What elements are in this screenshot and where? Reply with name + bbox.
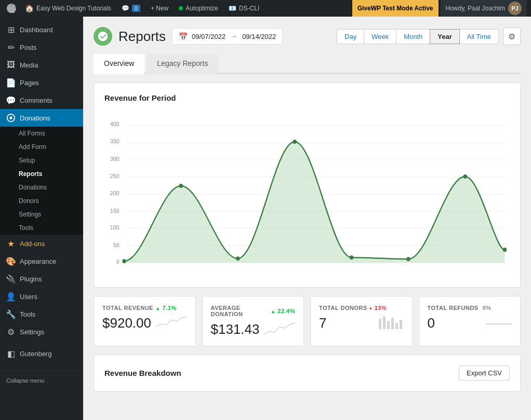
svg-point-26: [463, 174, 468, 179]
plugins-icon: 🔌: [6, 274, 16, 283]
sidebar-label-donations: Donations: [20, 114, 50, 122]
period-controls: Day Week Month Year All Time ⚙: [337, 28, 521, 45]
appearance-icon: 🎨: [6, 256, 16, 266]
donations-icon: [6, 113, 16, 123]
calendar-icon: 📅: [179, 32, 188, 40]
svg-text:350: 350: [110, 138, 119, 144]
wp-logo[interactable]: [4, 0, 19, 17]
svg-text:100: 100: [110, 224, 119, 231]
tabs: Overview Legacy Reports: [94, 54, 521, 74]
period-all-time[interactable]: All Time: [459, 29, 499, 44]
period-day[interactable]: Day: [337, 29, 364, 44]
autoptimize-bar[interactable]: Autoptimize: [175, 0, 222, 17]
submenu-reports[interactable]: Reports: [0, 167, 83, 181]
svg-point-1: [9, 116, 12, 119]
users-icon: 👤: [6, 292, 16, 301]
donations-submenu: All Forms Add Form Setup Reports Donatio…: [0, 127, 83, 235]
reports-settings-btn[interactable]: ⚙: [503, 28, 521, 45]
sidebar-item-comments[interactable]: 💬 Comments: [0, 91, 83, 109]
sidebar-label-posts: Posts: [20, 44, 37, 51]
submenu-settings[interactable]: Settings: [0, 208, 83, 221]
page-header: Reports 📅 09/07/2022 → 09/14/2022 Day We…: [94, 27, 521, 46]
new-item-bar[interactable]: + New: [147, 0, 172, 17]
tools-icon: 🔧: [6, 309, 16, 319]
sidebar-item-gutenberg[interactable]: ◧ Gutenberg: [0, 345, 83, 362]
sparkline-refunds: [486, 321, 512, 327]
svg-text:200: 200: [110, 190, 119, 196]
svg-rect-40: [395, 323, 398, 329]
sidebar-label-pages: Pages: [20, 79, 39, 87]
chart-title: Revenue for Period: [104, 93, 510, 102]
media-icon: 🖼: [6, 60, 16, 70]
site-name-bar[interactable]: 🏠 Easy Web Design Tutorials: [21, 0, 115, 17]
sidebar-label-media: Media: [20, 61, 38, 69]
export-csv-btn[interactable]: Export CSV: [459, 365, 510, 381]
sidebar-item-tools[interactable]: 🔧 Tools: [0, 305, 83, 323]
howdy-menu[interactable]: Howdy, Paal Joachim PJ: [441, 0, 527, 17]
pages-icon: 📄: [6, 78, 16, 87]
svg-point-22: [236, 256, 240, 261]
submenu-donations[interactable]: Donations: [0, 181, 83, 194]
submenu-setup[interactable]: Setup: [0, 154, 83, 167]
period-week[interactable]: Week: [364, 29, 396, 44]
ds-cli-bar[interactable]: 📧 DS-CLI: [224, 0, 263, 17]
tab-overview[interactable]: Overview: [94, 54, 144, 74]
sidebar-label-tools: Tools: [20, 310, 35, 318]
sidebar-item-donations[interactable]: Donations: [0, 109, 83, 127]
collapse-menu-btn[interactable]: Collapse menu: [6, 375, 77, 386]
svg-text:250: 250: [110, 173, 119, 179]
page-title: Reports: [118, 29, 166, 45]
pct-revenue: 7.1%: [163, 305, 177, 311]
stat-label-avg: AVERAGE DONATION 22.4%: [211, 305, 296, 317]
sidebar-item-users[interactable]: 👤 Users: [0, 288, 83, 305]
sidebar-label-settings: Settings: [20, 328, 44, 336]
stats-row: TOTAL REVENUE 7.1% $920.00 AVERAGE DONAT…: [94, 296, 521, 346]
svg-text:0: 0: [116, 259, 120, 265]
tab-legacy-reports[interactable]: Legacy Reports: [147, 54, 218, 74]
chart-container: 0 50 100 150 200 250 300 350 400: [104, 111, 510, 277]
pct-avg: 22.4%: [277, 308, 295, 314]
period-year[interactable]: Year: [430, 29, 459, 44]
sidebar-item-addons[interactable]: ★ Add-ons: [0, 235, 83, 252]
svg-text:50: 50: [113, 242, 120, 248]
pct-donors: 13%: [375, 305, 387, 311]
svg-point-25: [406, 257, 410, 261]
value-donors: 7: [319, 315, 326, 331]
site-name-text: Easy Web Design Tutorials: [36, 5, 111, 12]
value-refunds: 0: [428, 315, 435, 331]
sparkline-avg: [264, 320, 295, 335]
sidebar-item-dashboard[interactable]: ⊞ Dashboard: [0, 21, 83, 38]
sidebar-label-appearance: Appearance: [20, 258, 56, 265]
trend-up-revenue: [155, 305, 160, 311]
trend-up-avg: [271, 308, 275, 314]
sidebar-item-plugins[interactable]: 🔌 Plugins: [0, 270, 83, 288]
submenu-add-form[interactable]: Add Form: [0, 140, 83, 154]
comments-bar[interactable]: 💬 0: [117, 0, 144, 17]
sidebar-item-settings[interactable]: ⚙ Settings: [0, 323, 83, 341]
green-status-dot: [179, 6, 183, 10]
svg-point-23: [293, 140, 297, 144]
revenue-chart-svg: 0 50 100 150 200 250 300 350 400: [104, 111, 510, 266]
sidebar-item-appearance[interactable]: 🎨 Appearance: [0, 252, 83, 270]
submenu-donors[interactable]: Donors: [0, 194, 83, 208]
svg-rect-39: [391, 318, 394, 329]
svg-point-24: [350, 255, 354, 260]
admin-bar: 🏠 Easy Web Design Tutorials 💬 0 + New Au…: [0, 0, 531, 17]
sidebar-item-pages[interactable]: 📄 Pages: [0, 74, 83, 91]
submenu-tools[interactable]: Tools: [0, 221, 83, 235]
collapse-label: Collapse menu: [6, 377, 44, 384]
sidebar-item-media[interactable]: 🖼 Media: [0, 56, 83, 74]
stat-total-donors: TOTAL DONORS 13% 7: [310, 296, 413, 346]
period-buttons: Day Week Month Year All Time: [337, 29, 499, 44]
value-avg: $131.43: [211, 321, 260, 337]
date-range-selector[interactable]: 📅 09/07/2022 → 09/14/2022: [172, 28, 283, 45]
sidebar-item-posts[interactable]: ✏ Posts: [0, 38, 83, 56]
gutenberg-icon: ◧: [6, 349, 16, 358]
period-month[interactable]: Month: [396, 29, 430, 44]
sparkline-donors: [378, 314, 404, 329]
stat-total-revenue: TOTAL REVENUE 7.1% $920.00: [94, 296, 196, 346]
posts-icon: ✏: [6, 43, 16, 52]
stat-label-donors: TOTAL DONORS 13%: [319, 305, 404, 311]
submenu-all-forms[interactable]: All Forms: [0, 127, 83, 140]
comments-icon: 💬: [6, 96, 16, 105]
